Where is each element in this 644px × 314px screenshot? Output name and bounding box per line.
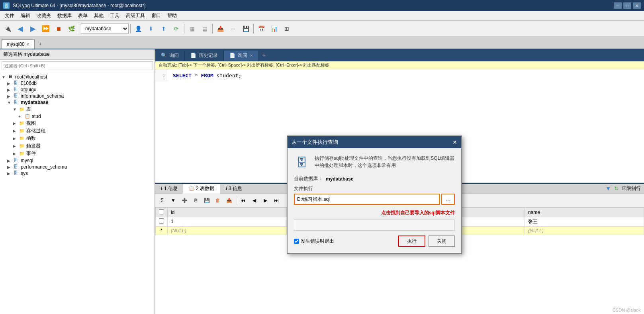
tree-node-views[interactable]: ▶ 📁 视图 <box>13 120 153 127</box>
cell-id[interactable]: 1 <box>168 217 287 226</box>
table-filter-button[interactable]: ▼ <box>168 195 178 206</box>
back-button[interactable]: ◀ <box>14 23 26 35</box>
menu-edit[interactable]: 编辑 <box>18 12 33 20</box>
table-btn[interactable]: ▦ <box>186 23 198 35</box>
close-window-button[interactable]: ✕ <box>633 2 641 9</box>
execute-file-button[interactable]: 📤 <box>214 23 226 35</box>
tree-node-0106db[interactable]: ▶ 🗄 0106db <box>7 80 153 86</box>
tree-node-perf-schema[interactable]: ▶ 🗄 performance_schema <box>7 164 153 170</box>
forward-button[interactable]: ▶ <box>27 23 39 35</box>
table-last-button[interactable]: ⏭ <box>271 195 282 206</box>
expand-icon: ▼ <box>13 107 18 112</box>
table-calc-button[interactable]: Σ <box>157 195 167 206</box>
tree-node-mysql[interactable]: ▶ 🗄 mysql <box>7 157 153 164</box>
menu-window[interactable]: 窗口 <box>148 12 164 20</box>
database-dropdown[interactable]: mydatabase <box>81 24 129 34</box>
tab-table-data[interactable]: 📋 2 表数据 <box>183 184 220 194</box>
table-copy-row-button[interactable]: ⎘ <box>190 195 201 206</box>
menu-help[interactable]: 帮助 <box>164 12 180 20</box>
menu-favorites[interactable]: 收藏夹 <box>33 12 54 20</box>
table-add-row-button[interactable]: ➕ <box>179 195 190 206</box>
tree-node-procedures[interactable]: ▶ 📁 存储过程 <box>13 127 153 135</box>
filter-input[interactable] <box>2 61 153 70</box>
dialog-description: 执行储存sql批处理文件中的查询，当您执行没有加载到SQL编辑器中的批处理脚本时… <box>315 155 455 169</box>
tree-node-sys[interactable]: ▶ 🗄 sys <box>7 170 153 177</box>
user-manager-button[interactable]: 👤 <box>132 23 144 35</box>
new-cell-id[interactable]: (NULL) <box>168 226 287 235</box>
col-header-name: name <box>525 208 644 217</box>
import-button[interactable]: ⬇ <box>145 23 157 35</box>
maximize-button[interactable]: □ <box>623 2 631 9</box>
tree-node-stud[interactable]: + 📋 stud <box>18 113 153 120</box>
window-title: SQLyog Ultimate 64 - [mysql80/mydatabase… <box>13 3 145 8</box>
tab-close-icon[interactable]: ✕ <box>250 53 253 58</box>
tab-info-3[interactable]: ℹ 3 信息 <box>220 184 248 194</box>
new-cell-name[interactable]: (NULL) <box>525 226 644 235</box>
folder-icon: 📁 <box>19 136 25 141</box>
second-input[interactable] <box>294 220 455 231</box>
table-delete-button[interactable]: 🗑 <box>213 195 223 206</box>
tree-node-tables[interactable]: ▼ 📁 表 <box>13 106 153 113</box>
tree-node-mydatabase[interactable]: ▼ 🗄 mydatabase <box>7 99 153 106</box>
conn-tab-close-icon[interactable]: ✕ <box>26 42 29 47</box>
sql-content: SELECT * FROM student; <box>173 73 641 78</box>
stop-button[interactable]: ⏹ <box>53 23 65 35</box>
compare-btn[interactable]: ↔ <box>227 23 239 35</box>
tree-node-triggers[interactable]: ▶ 📁 触发器 <box>13 142 153 150</box>
dialog-close-button[interactable]: ✕ <box>452 139 457 145</box>
add-query-tab-button[interactable]: + <box>259 52 269 59</box>
tree-node-root[interactable]: ▼ 🖥 root@localhost <box>2 74 153 80</box>
tab-inquiry-1[interactable]: 🔍 询问 <box>155 51 185 61</box>
new-connection-button[interactable]: 🔌 <box>2 23 14 35</box>
tab-history[interactable]: 📄 历史记录 <box>185 51 224 61</box>
error-exit-checkbox-label[interactable]: 发生错误时退出 <box>294 238 334 245</box>
browse-button[interactable]: … <box>441 194 455 205</box>
tree-node-functions[interactable]: ▶ 📁 函数 <box>13 135 153 142</box>
sql-keyword-from: FROM <box>201 73 213 78</box>
grid-btn[interactable]: ⊞ <box>281 23 293 35</box>
table-export-button[interactable]: 📤 <box>224 195 234 206</box>
conn-tab-mysql80[interactable]: mysql80 ✕ <box>2 39 35 49</box>
expand-icon: ▶ <box>13 151 18 156</box>
error-exit-checkbox[interactable] <box>294 239 299 244</box>
tree-node-atguigu[interactable]: ▶ 🗄 atguigu <box>7 86 153 93</box>
execute-button[interactable]: 执行 <box>398 235 425 247</box>
menu-file[interactable]: 文件 <box>2 12 18 20</box>
table-first-button[interactable]: ⏮ <box>238 195 248 206</box>
backup-btn[interactable]: 💾 <box>240 23 252 35</box>
db-icon: 🗄 <box>14 164 19 170</box>
job-btn[interactable]: 📅 <box>255 23 267 35</box>
cell-name[interactable]: 张三 <box>525 217 644 226</box>
tab-info-1[interactable]: ℹ 1 信息 <box>155 184 183 194</box>
menu-database[interactable]: 数据库 <box>54 12 75 20</box>
refresh-icon[interactable]: ↻ <box>614 185 619 192</box>
table-next-button[interactable]: ▶ <box>260 195 270 206</box>
close-dialog-button[interactable]: 关闭 <box>429 235 455 247</box>
title-bar: 🗄 SQLyog Ultimate 64 - [mysql80/mydataba… <box>0 0 644 11</box>
tree-node-events[interactable]: ▶ 📁 事件 <box>13 150 153 157</box>
export-button[interactable]: ⬆ <box>158 23 170 35</box>
update-icon[interactable]: 🌿 <box>65 23 77 35</box>
table-save-button[interactable]: 💾 <box>202 195 212 206</box>
refresh-button[interactable]: ⏩ <box>40 23 52 35</box>
sync-button[interactable]: ⟳ <box>170 23 182 35</box>
filter-icon[interactable]: ▼ <box>605 185 611 192</box>
tree-node-info-schema[interactable]: ▶ 🗄 information_schema <box>7 93 153 99</box>
menu-tools[interactable]: 工具 <box>107 12 123 20</box>
file-exec-label: 文件执行 <box>294 185 455 192</box>
current-db-label: 当前数据库： <box>294 175 323 182</box>
table-prev-button[interactable]: ◀ <box>249 195 259 206</box>
menu-table[interactable]: 表单 <box>75 12 91 20</box>
menu-advanced-tools[interactable]: 高级工具 <box>123 12 148 20</box>
conn-tab-label: mysql80 <box>7 41 25 47</box>
schema-btn[interactable]: ▤ <box>199 23 211 35</box>
profile-btn[interactable]: 📊 <box>268 23 280 35</box>
file-path-input[interactable] <box>294 194 440 205</box>
minimize-button[interactable]: ─ <box>614 2 622 9</box>
select-all-checkbox[interactable] <box>159 209 164 214</box>
expand-icon: ▶ <box>13 121 18 126</box>
add-connection-button[interactable]: + <box>35 39 45 49</box>
tab-inquiry-2[interactable]: 📄 询问 ✕ <box>224 51 259 61</box>
row-checkbox[interactable] <box>159 218 164 224</box>
menu-other[interactable]: 其他 <box>91 12 107 20</box>
